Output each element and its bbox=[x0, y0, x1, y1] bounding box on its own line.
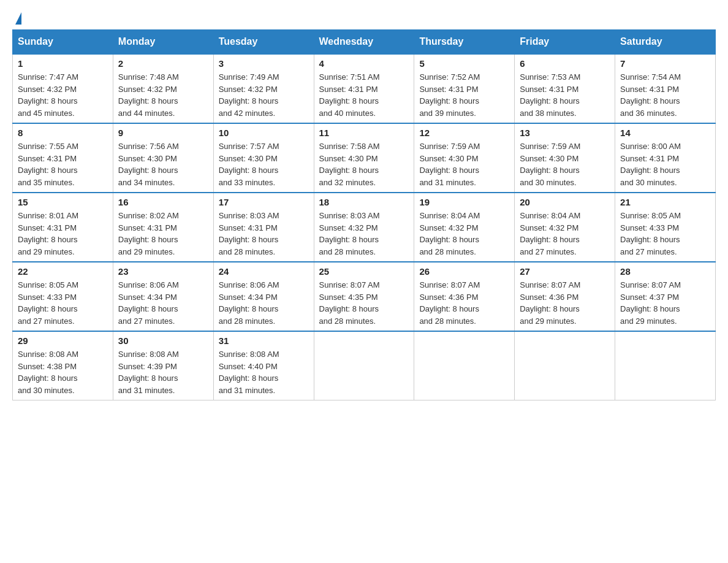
day-cell: 20 Sunrise: 8:04 AM Sunset: 4:32 PM Dayl… bbox=[515, 193, 615, 262]
day-number: 25 bbox=[319, 266, 409, 277]
day-number: 29 bbox=[18, 335, 108, 346]
day-info: Sunrise: 7:49 AM Sunset: 4:32 PM Dayligh… bbox=[219, 71, 309, 119]
day-cell bbox=[314, 331, 414, 400]
day-cell: 4 Sunrise: 7:51 AM Sunset: 4:31 PM Dayli… bbox=[314, 54, 414, 123]
day-info: Sunrise: 8:07 AM Sunset: 4:36 PM Dayligh… bbox=[419, 279, 509, 327]
header-cell-monday: Monday bbox=[113, 30, 213, 55]
day-number: 6 bbox=[520, 58, 610, 69]
day-cell: 6 Sunrise: 7:53 AM Sunset: 4:31 PM Dayli… bbox=[515, 54, 615, 123]
day-cell bbox=[615, 331, 716, 400]
header-cell-saturday: Saturday bbox=[615, 30, 716, 55]
day-info: Sunrise: 7:48 AM Sunset: 4:32 PM Dayligh… bbox=[118, 71, 208, 119]
day-info: Sunrise: 7:52 AM Sunset: 4:31 PM Dayligh… bbox=[419, 71, 509, 119]
day-info: Sunrise: 7:57 AM Sunset: 4:30 PM Dayligh… bbox=[219, 140, 309, 188]
header-cell-thursday: Thursday bbox=[414, 30, 515, 55]
header-row: SundayMondayTuesdayWednesdayThursdayFrid… bbox=[13, 30, 716, 55]
week-row-3: 15 Sunrise: 8:01 AM Sunset: 4:31 PM Dayl… bbox=[13, 193, 716, 262]
header-cell-tuesday: Tuesday bbox=[213, 30, 314, 55]
day-number: 8 bbox=[18, 128, 108, 138]
day-number: 13 bbox=[520, 128, 610, 138]
day-cell: 2 Sunrise: 7:48 AM Sunset: 4:32 PM Dayli… bbox=[113, 54, 213, 123]
calendar-body: 1 Sunrise: 7:47 AM Sunset: 4:32 PM Dayli… bbox=[13, 54, 716, 400]
day-number: 15 bbox=[18, 197, 108, 207]
day-info: Sunrise: 7:55 AM Sunset: 4:31 PM Dayligh… bbox=[18, 140, 108, 188]
day-cell: 9 Sunrise: 7:56 AM Sunset: 4:30 PM Dayli… bbox=[113, 123, 213, 193]
day-info: Sunrise: 7:56 AM Sunset: 4:30 PM Dayligh… bbox=[118, 140, 208, 188]
day-cell: 29 Sunrise: 8:08 AM Sunset: 4:38 PM Dayl… bbox=[13, 331, 113, 400]
week-row-4: 22 Sunrise: 8:05 AM Sunset: 4:33 PM Dayl… bbox=[13, 262, 716, 331]
day-cell: 25 Sunrise: 8:07 AM Sunset: 4:35 PM Dayl… bbox=[314, 262, 414, 331]
day-cell: 30 Sunrise: 8:08 AM Sunset: 4:39 PM Dayl… bbox=[113, 331, 213, 400]
day-number: 22 bbox=[18, 266, 108, 277]
day-info: Sunrise: 8:07 AM Sunset: 4:36 PM Dayligh… bbox=[520, 279, 610, 327]
day-number: 19 bbox=[419, 197, 509, 207]
day-number: 17 bbox=[219, 197, 309, 207]
day-cell: 12 Sunrise: 7:59 AM Sunset: 4:30 PM Dayl… bbox=[414, 123, 515, 193]
day-cell: 27 Sunrise: 8:07 AM Sunset: 4:36 PM Dayl… bbox=[515, 262, 615, 331]
day-cell: 15 Sunrise: 8:01 AM Sunset: 4:31 PM Dayl… bbox=[13, 193, 113, 262]
day-info: Sunrise: 7:59 AM Sunset: 4:30 PM Dayligh… bbox=[520, 140, 610, 188]
day-info: Sunrise: 8:08 AM Sunset: 4:38 PM Dayligh… bbox=[18, 348, 108, 396]
day-info: Sunrise: 8:04 AM Sunset: 4:32 PM Dayligh… bbox=[419, 210, 509, 258]
day-number: 26 bbox=[419, 266, 509, 277]
day-cell: 26 Sunrise: 8:07 AM Sunset: 4:36 PM Dayl… bbox=[414, 262, 515, 331]
header-cell-wednesday: Wednesday bbox=[314, 30, 414, 55]
day-number: 24 bbox=[219, 266, 309, 277]
day-cell: 11 Sunrise: 7:58 AM Sunset: 4:30 PM Dayl… bbox=[314, 123, 414, 193]
day-cell: 17 Sunrise: 8:03 AM Sunset: 4:31 PM Dayl… bbox=[213, 193, 314, 262]
day-cell: 5 Sunrise: 7:52 AM Sunset: 4:31 PM Dayli… bbox=[414, 54, 515, 123]
day-cell: 21 Sunrise: 8:05 AM Sunset: 4:33 PM Dayl… bbox=[615, 193, 716, 262]
week-row-1: 1 Sunrise: 7:47 AM Sunset: 4:32 PM Dayli… bbox=[13, 54, 716, 123]
day-cell: 28 Sunrise: 8:07 AM Sunset: 4:37 PM Dayl… bbox=[615, 262, 716, 331]
day-info: Sunrise: 7:51 AM Sunset: 4:31 PM Dayligh… bbox=[319, 71, 409, 119]
day-cell: 16 Sunrise: 8:02 AM Sunset: 4:31 PM Dayl… bbox=[113, 193, 213, 262]
day-cell: 3 Sunrise: 7:49 AM Sunset: 4:32 PM Dayli… bbox=[213, 54, 314, 123]
logo-triangle-icon bbox=[15, 12, 21, 25]
week-row-5: 29 Sunrise: 8:08 AM Sunset: 4:38 PM Dayl… bbox=[13, 331, 716, 400]
day-number: 23 bbox=[118, 266, 208, 277]
day-number: 7 bbox=[620, 58, 710, 69]
day-number: 30 bbox=[118, 335, 208, 346]
day-number: 2 bbox=[118, 58, 208, 69]
day-info: Sunrise: 8:03 AM Sunset: 4:31 PM Dayligh… bbox=[219, 210, 309, 258]
day-cell: 14 Sunrise: 8:00 AM Sunset: 4:31 PM Dayl… bbox=[615, 123, 716, 193]
day-number: 11 bbox=[319, 128, 409, 138]
calendar-table: SundayMondayTuesdayWednesdayThursdayFrid… bbox=[12, 29, 716, 400]
day-info: Sunrise: 8:06 AM Sunset: 4:34 PM Dayligh… bbox=[118, 279, 208, 327]
day-number: 14 bbox=[620, 128, 710, 138]
day-cell: 19 Sunrise: 8:04 AM Sunset: 4:32 PM Dayl… bbox=[414, 193, 515, 262]
day-cell bbox=[515, 331, 615, 400]
day-number: 27 bbox=[520, 266, 610, 277]
day-cell: 22 Sunrise: 8:05 AM Sunset: 4:33 PM Dayl… bbox=[13, 262, 113, 331]
day-number: 12 bbox=[419, 128, 509, 138]
day-info: Sunrise: 8:05 AM Sunset: 4:33 PM Dayligh… bbox=[18, 279, 108, 327]
day-cell: 18 Sunrise: 8:03 AM Sunset: 4:32 PM Dayl… bbox=[314, 193, 414, 262]
day-cell: 24 Sunrise: 8:06 AM Sunset: 4:34 PM Dayl… bbox=[213, 262, 314, 331]
day-info: Sunrise: 7:54 AM Sunset: 4:31 PM Dayligh… bbox=[620, 71, 710, 119]
day-cell: 1 Sunrise: 7:47 AM Sunset: 4:32 PM Dayli… bbox=[13, 54, 113, 123]
day-number: 18 bbox=[319, 197, 409, 207]
page-header bbox=[12, 12, 716, 23]
day-number: 10 bbox=[219, 128, 309, 138]
day-info: Sunrise: 7:58 AM Sunset: 4:30 PM Dayligh… bbox=[319, 140, 409, 188]
day-info: Sunrise: 8:07 AM Sunset: 4:37 PM Dayligh… bbox=[620, 279, 710, 327]
day-number: 3 bbox=[219, 58, 309, 69]
day-info: Sunrise: 8:00 AM Sunset: 4:31 PM Dayligh… bbox=[620, 140, 710, 188]
day-cell bbox=[414, 331, 515, 400]
day-cell: 8 Sunrise: 7:55 AM Sunset: 4:31 PM Dayli… bbox=[13, 123, 113, 193]
logo bbox=[12, 12, 21, 23]
day-info: Sunrise: 8:07 AM Sunset: 4:35 PM Dayligh… bbox=[319, 279, 409, 327]
day-info: Sunrise: 7:53 AM Sunset: 4:31 PM Dayligh… bbox=[520, 71, 610, 119]
day-info: Sunrise: 8:02 AM Sunset: 4:31 PM Dayligh… bbox=[118, 210, 208, 258]
day-number: 20 bbox=[520, 197, 610, 207]
day-number: 4 bbox=[319, 58, 409, 69]
day-info: Sunrise: 8:05 AM Sunset: 4:33 PM Dayligh… bbox=[620, 210, 710, 258]
day-cell: 31 Sunrise: 8:08 AM Sunset: 4:40 PM Dayl… bbox=[213, 331, 314, 400]
day-number: 5 bbox=[419, 58, 509, 69]
week-row-2: 8 Sunrise: 7:55 AM Sunset: 4:31 PM Dayli… bbox=[13, 123, 716, 193]
day-number: 31 bbox=[219, 335, 309, 346]
day-cell: 10 Sunrise: 7:57 AM Sunset: 4:30 PM Dayl… bbox=[213, 123, 314, 193]
day-cell: 7 Sunrise: 7:54 AM Sunset: 4:31 PM Dayli… bbox=[615, 54, 716, 123]
day-info: Sunrise: 8:03 AM Sunset: 4:32 PM Dayligh… bbox=[319, 210, 409, 258]
day-info: Sunrise: 7:47 AM Sunset: 4:32 PM Dayligh… bbox=[18, 71, 108, 119]
